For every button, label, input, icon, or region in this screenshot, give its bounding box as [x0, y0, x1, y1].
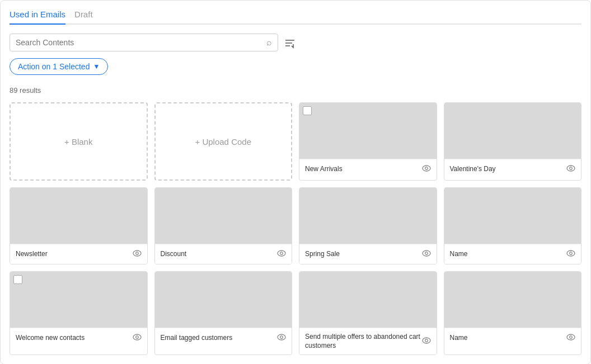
card-name-spring-sale: Spring Sale: [305, 250, 340, 259]
eye-icon-newsletter[interactable]: [133, 249, 142, 259]
svg-point-7: [133, 250, 141, 256]
svg-point-15: [133, 334, 141, 340]
card-newsletter[interactable]: Newsletter: [10, 187, 148, 264]
svg-point-5: [567, 166, 575, 171]
card-thumbnail-new-arrivals: [299, 103, 437, 159]
card-footer-discount: Discount: [155, 244, 292, 264]
content-grid: + Blank+ Upload CodeNew ArrivalsValentin…: [10, 102, 581, 355]
card-blank[interactable]: + Blank: [10, 102, 148, 181]
card-name-valentines-day: Valentine's Day: [450, 165, 496, 174]
card-name-name-1: Name: [450, 250, 468, 259]
card-name-new-arrivals: New Arrivals: [305, 165, 343, 174]
eye-icon-discount[interactable]: [277, 249, 286, 259]
svg-point-19: [423, 338, 430, 343]
search-row: ⌕: [10, 34, 581, 51]
eye-icon-name-2[interactable]: [566, 333, 575, 343]
card-thumbnail-valentines-day: [444, 103, 581, 159]
search-wrapper: ⌕: [10, 34, 278, 51]
card-footer-name-2: Name: [444, 328, 581, 348]
card-valentines-day[interactable]: Valentine's Day: [444, 102, 582, 181]
svg-point-3: [423, 166, 430, 171]
svg-point-11: [423, 250, 430, 256]
eye-icon-email-tagged-customers[interactable]: [277, 333, 286, 343]
results-count: 89 results: [10, 86, 581, 94]
svg-point-4: [425, 167, 428, 170]
card-name-welcome-new-contacts: Welcome new contacts: [16, 334, 85, 343]
search-icon[interactable]: ⌕: [266, 37, 272, 48]
card-footer-welcome-new-contacts: Welcome new contacts: [10, 328, 147, 348]
card-thumbnail-name-1: [444, 188, 581, 244]
card-footer-send-multiple-offers: Send multiple offers to abandoned cart c…: [299, 328, 437, 354]
card-name-newsletter: Newsletter: [16, 250, 48, 259]
svg-point-21: [567, 334, 575, 340]
card-welcome-new-contacts[interactable]: Welcome new contacts: [10, 271, 148, 355]
eye-icon-new-arrivals[interactable]: [422, 164, 431, 174]
svg-point-22: [570, 336, 573, 339]
card-thumbnail-welcome-new-contacts: [10, 272, 147, 328]
card-footer-email-tagged-customers: Email tagged customers: [155, 328, 292, 348]
card-name-discount: Discount: [161, 250, 187, 259]
card-thumbnail-spring-sale: [299, 188, 437, 244]
card-footer-spring-sale: Spring Sale: [299, 244, 437, 264]
eye-icon-spring-sale[interactable]: [422, 249, 431, 259]
card-upload-code[interactable]: + Upload Code: [154, 102, 293, 181]
svg-point-12: [425, 252, 428, 255]
card-name-send-multiple-offers: Send multiple offers to abandoned cart c…: [305, 333, 422, 350]
card-thumbnail-send-multiple-offers: [299, 272, 437, 328]
card-name-email-tagged-customers: Email tagged customers: [161, 334, 233, 343]
card-footer-newsletter: Newsletter: [10, 244, 147, 264]
card-new-arrivals[interactable]: New Arrivals: [299, 102, 437, 181]
eye-icon-name-1[interactable]: [566, 249, 575, 259]
action-on-selected-button[interactable]: Action on 1 Selected ▼: [10, 58, 108, 75]
tab-used-in-emails[interactable]: Used in Emails: [10, 10, 65, 25]
eye-icon-welcome-new-contacts[interactable]: [133, 333, 142, 343]
card-label-blank: + Blank: [64, 137, 92, 146]
svg-point-16: [135, 336, 138, 339]
svg-point-14: [570, 252, 573, 255]
svg-point-8: [135, 252, 138, 255]
tab-bar: Used in Emails Draft: [10, 10, 581, 25]
card-label-upload-code: + Upload Code: [195, 137, 252, 146]
card-name-name-2: Name: [450, 334, 468, 343]
svg-point-9: [278, 250, 285, 256]
eye-icon-send-multiple-offers[interactable]: [422, 336, 431, 347]
svg-point-18: [280, 336, 283, 339]
action-button-label: Action on 1 Selected: [18, 62, 90, 71]
chevron-down-icon: ▼: [93, 63, 100, 70]
card-checkbox-new-arrivals[interactable]: [303, 106, 312, 115]
svg-point-17: [278, 334, 285, 340]
card-email-tagged-customers[interactable]: Email tagged customers: [154, 271, 293, 355]
card-name-2[interactable]: Name: [444, 271, 582, 355]
card-send-multiple-offers[interactable]: Send multiple offers to abandoned cart c…: [299, 271, 437, 355]
eye-icon-valentines-day[interactable]: [566, 164, 575, 174]
svg-point-10: [280, 252, 283, 255]
card-thumbnail-name-2: [444, 272, 581, 328]
search-input[interactable]: [16, 38, 266, 47]
svg-point-13: [567, 250, 575, 256]
card-thumbnail-newsletter: [10, 188, 147, 244]
card-thumbnail-email-tagged-customers: [155, 272, 292, 328]
svg-point-6: [570, 167, 573, 170]
card-footer-new-arrivals: New Arrivals: [299, 159, 437, 179]
card-footer-name-1: Name: [444, 244, 581, 264]
card-checkbox-welcome-new-contacts[interactable]: [13, 275, 22, 284]
card-discount[interactable]: Discount: [154, 187, 293, 264]
tab-draft[interactable]: Draft: [74, 10, 93, 25]
card-spring-sale[interactable]: Spring Sale: [299, 187, 437, 264]
svg-point-20: [425, 339, 428, 342]
sort-icon[interactable]: [284, 36, 296, 49]
card-footer-valentines-day: Valentine's Day: [444, 159, 581, 179]
card-thumbnail-discount: [155, 188, 292, 244]
card-name-1[interactable]: Name: [444, 187, 582, 264]
